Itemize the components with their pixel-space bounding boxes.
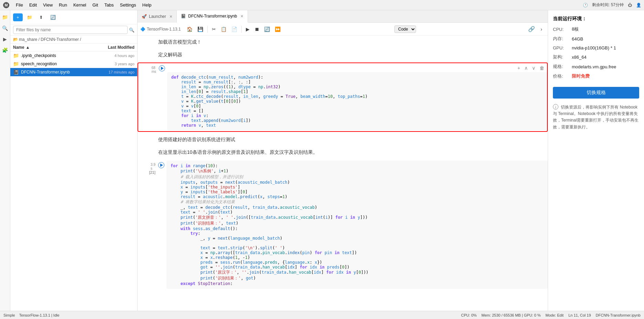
share-button[interactable]: 🔗 xyxy=(528,26,535,32)
close-tab-icon[interactable]: × xyxy=(170,14,172,19)
list-item[interactable]: 📁 .ipynb_checkpoints 4 hours ago xyxy=(10,52,137,60)
menu-run[interactable]: Run xyxy=(56,2,70,8)
cell-text-content: 定义解码器 xyxy=(158,52,182,57)
move-up-button[interactable]: ∧ xyxy=(523,65,529,71)
stop-button[interactable]: ⏹ xyxy=(253,25,261,33)
menu-help[interactable]: Help xyxy=(140,2,154,8)
run-icon[interactable]: ▶ xyxy=(1,35,9,43)
mem-status: Mem: 2530 / 65536 MB | GPU: 0 % xyxy=(481,313,541,317)
panel-note-text: 切换资源后，将影响实例下所有 Notebook 与 Terminal。Noteb… xyxy=(553,105,638,129)
menu-tabs[interactable]: Tabs xyxy=(101,2,116,8)
folder-icon: 📁 xyxy=(13,61,19,67)
code-cell-body[interactable]: def decode_ctc(num_result, num2word): re… xyxy=(167,72,547,130)
price-value: 限时免费 xyxy=(572,73,590,79)
icon-strip: 📁 🔍 ▶ 🧩 xyxy=(0,10,10,311)
file-browser: + 📁 ⬆ 🔄 🔍 📂 ma_share / DFCNN-Transformer… xyxy=(10,10,138,311)
notebook-icon: 📓 xyxy=(13,69,19,75)
upload-folder-button[interactable]: 📁 xyxy=(25,12,34,22)
run-cell-btn[interactable] xyxy=(159,63,167,131)
refresh-button[interactable]: 🔄 xyxy=(48,12,58,22)
tab-label: Launcher xyxy=(149,14,166,19)
execution-time: 68ms xyxy=(152,66,156,73)
switch-spec-button[interactable]: 切换规格 xyxy=(553,87,639,99)
svg-text:M: M xyxy=(4,3,8,7)
cell-type-select[interactable]: Code xyxy=(394,25,416,33)
search-bar: 🔍 xyxy=(10,24,137,36)
toolbar-separator xyxy=(241,26,242,33)
notebook-area: 🚀 Launcher × 📓 DFCNN-Transformer.ipynb ×… xyxy=(138,10,548,311)
user-btn[interactable]: 👤 xyxy=(636,3,641,8)
save-button[interactable]: 💾 xyxy=(196,25,205,33)
exec-count: [21] xyxy=(149,170,155,174)
file-name: DFCNN-Transformer.ipynb xyxy=(21,70,83,75)
run-cell-button[interactable]: ▶ xyxy=(244,25,251,33)
fast-forward-button[interactable]: ⏩ xyxy=(273,25,282,33)
play-icon xyxy=(161,67,164,70)
info-row-cpu: CPU: 8核 xyxy=(553,26,639,32)
file-modified: 4 hours ago xyxy=(83,54,134,58)
tab-notebook[interactable]: 📓 DFCNN-Transformer.ipynb × xyxy=(177,10,248,23)
tab-launcher[interactable]: 🚀 Launcher × xyxy=(138,10,177,23)
extensions-icon[interactable]: 🧩 xyxy=(1,46,9,54)
collapse-panel-button[interactable]: › xyxy=(538,25,545,33)
mem-value: 64GB xyxy=(572,36,583,42)
menu-file[interactable]: File xyxy=(13,2,26,8)
search-icon[interactable]: 🔍 xyxy=(1,24,9,32)
arch-value: x86_64 xyxy=(572,55,587,60)
arch-label: 架构: xyxy=(553,54,572,60)
spec-label: 规格: xyxy=(553,64,572,70)
spec-value: modelarts.vm.gpu.free xyxy=(572,64,616,69)
mem-label: 内存: xyxy=(553,36,572,42)
code-cell-selected[interactable]: 68ms + ∧ ∨ 🗑 def decode_ctc(num_res xyxy=(138,62,548,132)
new-file-button[interactable]: + xyxy=(13,13,23,21)
cell-gutter: 68ms xyxy=(138,63,159,131)
upload-file-button[interactable]: ⬆ xyxy=(36,12,46,22)
menubar-status: 🕐 剩余时间: 57分钟 ⏻ 👤 xyxy=(583,2,641,8)
delete-cell-button[interactable]: 🗑 xyxy=(538,65,546,71)
move-down-button[interactable]: ∨ xyxy=(531,65,537,71)
folder-icon: 📁 xyxy=(13,53,19,58)
path-text: TensorFlow-1.13.1 xyxy=(147,27,181,32)
tab-label: DFCNN-Transformer.ipynb xyxy=(188,14,237,19)
run-circle-button[interactable] xyxy=(158,162,164,168)
menu-view[interactable]: View xyxy=(40,2,55,8)
close-tab-icon[interactable]: × xyxy=(240,13,243,19)
copy-button[interactable]: 📋 xyxy=(219,25,228,33)
gpu-value: nvidia-p100(16GB) * 1 xyxy=(572,45,616,50)
file-list: 📁 .ipynb_checkpoints 4 hours ago 📁 speec… xyxy=(10,52,137,311)
cpu-value: 8核 xyxy=(572,26,579,32)
file-list-header: Name ▲ Last Modified xyxy=(10,44,137,52)
launcher-icon: 🚀 xyxy=(142,14,147,19)
tabs-bar: 🚀 Launcher × 📓 DFCNN-Transformer.ipynb × xyxy=(138,10,548,23)
menu-edit[interactable]: Edit xyxy=(26,2,40,8)
code-cell-body[interactable]: for i in range(10): print('\n系例', i+1) #… xyxy=(166,161,548,289)
add-cell-button[interactable]: + xyxy=(516,65,522,71)
execution-time: 3.9s xyxy=(151,163,155,170)
menu-settings[interactable]: Settings xyxy=(117,2,139,8)
paste-button[interactable]: 📄 xyxy=(230,25,239,33)
toolbar-separator xyxy=(207,26,208,33)
text-cell: 在这里显示出10条语音示例的原文拼音及识别结果、原文汉字及识别结果。 xyxy=(138,146,548,159)
code-cell[interactable]: 3.9s [21] for i in range(10): print('\n系… xyxy=(138,160,548,289)
info-row-memory: 内存: 64GB xyxy=(553,36,639,42)
list-item[interactable]: 📓 DFCNN-Transformer.ipynb 17 minutes ago xyxy=(10,68,137,76)
home-button[interactable]: 🏠 xyxy=(185,25,194,33)
menu-kernel[interactable]: Kernel xyxy=(70,2,89,8)
run-circle-button[interactable] xyxy=(159,65,165,71)
file-name: .ipynb_checkpoints xyxy=(21,53,83,58)
restart-button[interactable]: 🔄 xyxy=(262,25,272,33)
cpu-label: CPU: xyxy=(553,27,572,32)
sort-by-name[interactable]: Name ▲ xyxy=(13,45,83,50)
filename-status: DFCNN-Transformer.ipynb xyxy=(596,313,641,317)
list-item[interactable]: 📁 speech_recognition 3 years ago xyxy=(10,60,137,68)
sort-icon: ▲ xyxy=(26,45,30,50)
path-icon: 🔷 xyxy=(140,27,145,32)
run-cell-btn[interactable] xyxy=(158,160,166,289)
menu-git[interactable]: Git xyxy=(90,2,101,8)
panel-title: 当前运行环境： xyxy=(553,16,639,22)
power-btn[interactable]: ⏻ xyxy=(628,3,632,8)
cut-button[interactable]: ✂ xyxy=(210,25,218,33)
files-icon[interactable]: 📁 xyxy=(1,13,9,21)
cursor-pos: Ln 11, Col 19 xyxy=(568,313,591,317)
search-input[interactable] xyxy=(13,26,128,34)
